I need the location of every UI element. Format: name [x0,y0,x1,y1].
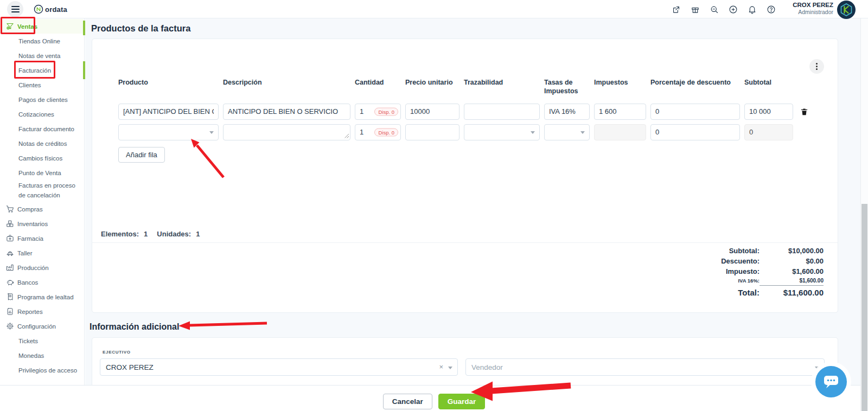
table-row: Disp. 0 [118,104,825,120]
sidebar-item-punto-de-venta[interactable]: Punto de Venta [0,165,84,180]
sidebar-item-label: Configuración [17,323,56,330]
sidebar-item-notas-de-creditos[interactable]: Notas de créditos [0,136,84,151]
delete-row-button[interactable] [797,105,810,119]
add-row-button[interactable]: Añadir fila [118,147,165,163]
subtotal-input[interactable] [744,104,793,120]
sidebar-item-compras[interactable]: Compras [0,202,84,216]
factory-icon [5,264,14,272]
add-circle-icon[interactable] [728,4,738,14]
kebab-menu-icon [816,66,818,67]
sidebar-item-label: Farmacia [17,235,43,242]
sidebar-item-label: Facturación [18,67,51,74]
sidebar-item-clientes[interactable]: Clientes [0,78,84,92]
chat-button[interactable] [815,366,847,397]
sidebar: Ventas Tiendas Online Notas de venta Fac… [0,18,85,411]
counters: Elementos: 1 Unidades: 1 [101,230,200,238]
totals-block: Subtotal:$10,000.00 Descuento:$0.00 Impu… [628,247,824,299]
sidebar-item-cambios-fisicos[interactable]: Cambios físicos [0,151,84,165]
ejecutivo-label: EJECUTIVO [103,350,131,355]
sidebar-item-taller[interactable]: Taller [0,246,84,260]
sidebar-item-monedas[interactable]: Monedas [0,348,84,363]
main-content: Productos de la factura Producto Descrip… [85,18,868,411]
descripcion-textarea[interactable] [223,124,350,140]
col-descripcion: Descripción [223,78,350,87]
tasas-impuestos-select[interactable] [544,124,590,140]
vendedor-select[interactable] [465,358,825,376]
help-icon[interactable] [766,4,776,14]
chevron-down-icon [448,367,452,369]
sidebar-item-label: Inventarios [17,221,48,227]
descuento-label: Descuento: [721,257,760,265]
card-menu-button[interactable] [809,59,824,74]
col-tasas-impuestos: Tasas de Impuestos [544,78,590,96]
vendedor-input[interactable] [471,363,802,371]
sidebar-item-label: Notas de créditos [18,140,67,147]
tasas-impuestos-input[interactable] [544,104,590,120]
sidebar-item-label: Monedas [18,352,44,359]
sidebar-item-notas-de-venta[interactable]: Notas de venta [0,48,84,63]
sidebar-item-label: Facturar documento [18,126,74,132]
gift-icon[interactable] [690,4,700,14]
sidebar-item-privilegios-de-acceso[interactable]: Privilegios de acceso [0,363,84,377]
action-footer: Cancelar Guardar [0,385,868,411]
sidebar-item-tickets[interactable]: Tickets [0,333,84,348]
avatar[interactable] [837,0,856,20]
sidebar-item-programa-de-lealtad[interactable]: Programa de lealtad [0,290,84,304]
active-indicator-ventas [83,21,85,35]
sidebar-item-produccion[interactable]: Producción [0,260,84,275]
active-indicator-facturacion [83,61,85,79]
descuento-input[interactable] [650,104,740,120]
additional-info-title: Información adicional [90,322,179,332]
precio-unitario-input[interactable] [405,104,459,120]
sidebar-item-label: Compras [17,206,43,213]
external-link-icon[interactable] [671,4,681,14]
car-icon [5,249,14,258]
sidebar-item-tiendas-online[interactable]: Tiendas Online [0,34,84,48]
sidebar-item-facturacion[interactable]: Facturación [0,63,84,78]
sidebar-item-facturas-en-proceso[interactable]: Facturas en proceso de cancelación [0,180,84,202]
menu-hamburger-button[interactable] [7,1,23,17]
descripcion-input[interactable] [223,104,350,120]
impuestos-input-disabled [594,124,646,140]
sidebar-item-label: Ventas [17,23,37,30]
search-icon[interactable] [709,4,719,14]
descuento-input[interactable] [650,124,740,140]
iva-value: $1,600.00 [760,278,824,286]
scrollbar-track[interactable] [860,18,868,411]
sidebar-item-facturar-documento[interactable]: Facturar documento [0,121,84,136]
sidebar-item-inventarios[interactable]: Inventarios [0,216,84,231]
chat-bubble-icon [823,374,839,390]
sidebar-item-cotizaciones[interactable]: Cotizaciones [0,107,84,121]
sidebar-item-ventas[interactable]: Ventas [0,19,84,34]
disponibilidad-badge: Disp. 0 [374,107,398,115]
producto-select[interactable] [118,124,219,140]
save-button[interactable]: Guardar [438,394,486,409]
sidebar-item-configuracion[interactable]: Configuración [0,319,84,333]
producto-input[interactable] [118,104,219,120]
boxes-icon [5,220,14,228]
sidebar-item-label: Notas de venta [18,53,60,59]
cancel-button[interactable]: Cancelar [383,394,432,409]
clear-icon[interactable]: × [439,363,443,371]
sidebar-item-label: Programa de lealtad [17,294,74,300]
scrollbar-thumb[interactable] [861,204,867,411]
precio-unitario-input[interactable] [405,124,459,140]
products-table: Producto Descripción Cantidad Precio uni… [118,78,825,163]
user-role: Administrador [779,9,833,15]
products-card: Producto Descripción Cantidad Precio uni… [92,38,838,313]
first-aid-icon [5,234,14,243]
units-label: Unidades: [157,230,191,238]
notifications-bell-icon[interactable] [747,4,757,14]
ejecutivo-select[interactable]: CROX PEREZ × [100,358,458,376]
brand-text: ordata [45,5,67,14]
sidebar-item-farmacia[interactable]: Farmacia [0,231,84,246]
sidebar-item-label: Producción [17,265,49,271]
impuestos-input[interactable] [594,104,646,120]
loyalty-icon [5,293,14,301]
table-row: Disp. 0 [118,124,825,140]
trazabilidad-input[interactable] [464,104,540,120]
sidebar-item-pagos-de-clientes[interactable]: Pagos de clientes [0,92,84,107]
trazabilidad-select[interactable] [464,124,540,140]
sidebar-item-reportes[interactable]: Reportes [0,304,84,319]
sidebar-item-bancos[interactable]: Bancos [0,275,84,290]
